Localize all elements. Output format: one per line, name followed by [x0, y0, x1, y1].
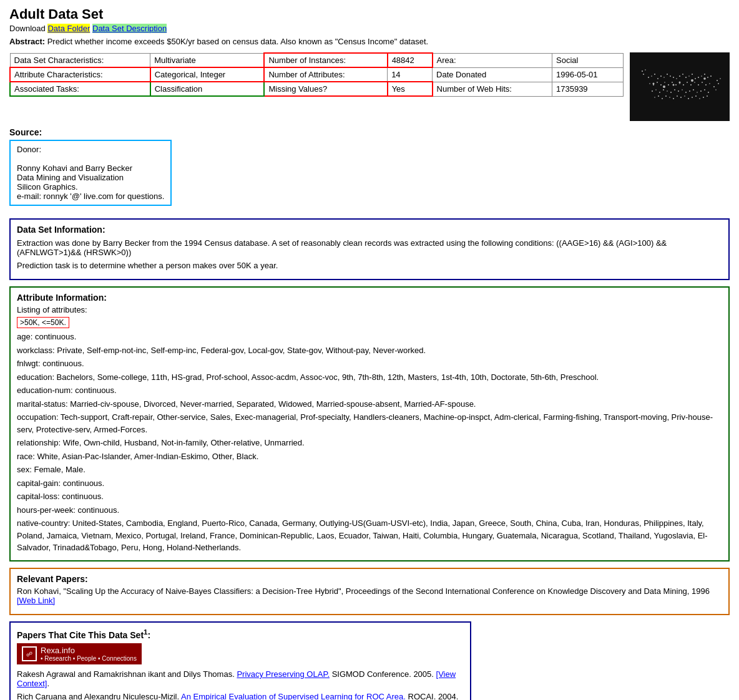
source-section: Source: Donor: Ronny Kohavi and Barry Be… [9, 127, 730, 212]
attr-education: education: Bachelors, Some-college, 11th… [17, 371, 722, 384]
svg-point-47 [682, 89, 683, 90]
donor-box: Donor: Ronny Kohavi and Barry Becker Dat… [9, 140, 172, 206]
info-table-wrap: Data Set Characteristics: Multivariate N… [9, 52, 624, 121]
attr-capital-loss: capital-loss: continuous. [17, 490, 722, 503]
data-set-char-label: Data Set Characteristics: [10, 53, 150, 67]
svg-point-83 [653, 83, 655, 85]
attr-native-country: native-country: United-States, Cambodia,… [17, 517, 722, 554]
svg-point-43 [667, 90, 668, 92]
svg-point-13 [685, 77, 687, 78]
svg-point-38 [709, 83, 710, 84]
attr-race: race: White, Asian-Pac-Islander, Amer-In… [17, 450, 722, 463]
svg-point-78 [691, 79, 693, 82]
svg-point-80 [673, 84, 675, 86]
svg-point-40 [655, 89, 657, 90]
attr-hours-per-week: hours-per-week: continuous. [17, 504, 722, 517]
svg-point-65 [692, 97, 693, 98]
web-hits-label: Number of Web Hits: [433, 82, 552, 96]
svg-point-31 [683, 84, 684, 85]
citations-title: Papers That Cite This Data Set1: [17, 628, 464, 640]
data-folder-link[interactable]: Data Folder [47, 24, 90, 33]
svg-point-1 [648, 77, 649, 78]
dataset-info-title: Data Set Information: [17, 225, 722, 235]
svg-point-79 [679, 82, 681, 84]
svg-point-49 [689, 90, 690, 92]
dataset-info-box: Data Set Information: Extraction was don… [9, 218, 730, 280]
attribute-info-title: Attribute Information: [17, 293, 722, 303]
svg-point-39 [652, 90, 653, 92]
date-donated-value: 1996-05-01 [552, 67, 623, 82]
svg-point-45 [674, 89, 675, 90]
svg-point-19 [704, 74, 705, 75]
assoc-tasks-label: Associated Tasks: [10, 82, 150, 96]
donor-text: Ronny Kohavi and Barry Becker Data Minin… [17, 163, 164, 201]
table-row: Attribute Characteristics: Categorical, … [10, 67, 624, 82]
svg-point-36 [702, 82, 703, 83]
attr-fnlwgt: fnlwgt: continuous. [17, 357, 722, 370]
attr-char-value: Categorical, Integer [150, 67, 265, 82]
svg-point-24 [657, 82, 658, 83]
citations-box: Papers That Cite This Data Set1: ☍ Rexa.… [9, 621, 471, 701]
svg-point-81 [663, 85, 665, 88]
num-attr-label: Number of Attributes: [264, 67, 387, 82]
svg-point-67 [699, 98, 700, 99]
attribute-list: >50K, <=50K. age: continuous. workclass:… [17, 317, 722, 554]
svg-point-34 [694, 82, 695, 83]
attr-sex: sex: Female, Male. [17, 464, 722, 476]
citations-superscript: 1 [144, 628, 147, 636]
citation-2-title[interactable]: An Empirical Evaluation of Supervised Le… [181, 692, 406, 700]
svg-point-62 [680, 97, 682, 98]
svg-point-60 [673, 98, 674, 99]
svg-point-51 [697, 92, 698, 93]
citation-1: Rakesh Agrawal and Ramakrishnan ikant an… [17, 669, 464, 688]
dataset-description-link[interactable]: Data Set Description [92, 24, 167, 33]
rexa-icon: ☍ [22, 646, 37, 661]
svg-point-71 [645, 69, 646, 70]
svg-point-2 [651, 75, 652, 77]
svg-point-57 [662, 98, 663, 99]
svg-point-29 [675, 84, 677, 85]
num-instances-label: Number of Instances: [264, 53, 387, 67]
svg-point-76 [713, 86, 715, 87]
attr-capital-gain: capital-gain: continuous. [17, 477, 722, 490]
abstract-label: Abstract: [9, 37, 45, 46]
attr-age: age: continuous. [17, 331, 722, 343]
abstract-text: Predict whether income exceeds $50K/yr b… [47, 37, 428, 46]
relevant-papers-weblink[interactable]: [Web Link] [17, 596, 55, 605]
attr-education-num: education-num: continuous. [17, 384, 722, 397]
rexa-tagline: • Research • People • Connections [41, 655, 137, 662]
svg-point-21 [710, 75, 712, 77]
relevant-papers-title: Relevant Papers: [17, 574, 722, 584]
svg-point-54 [708, 92, 709, 93]
svg-point-70 [642, 70, 643, 72]
svg-point-22 [649, 83, 650, 84]
num-instances-value: 48842 [388, 53, 433, 67]
relevant-papers-text: Ron Kohavi, "Scaling Up the Accuracy of … [17, 586, 722, 605]
attr-relationship: relationship: Wife, Own-child, Husband, … [17, 437, 722, 449]
info-table: Data Set Characteristics: Multivariate N… [9, 52, 624, 97]
map-image [630, 52, 730, 121]
svg-point-9 [673, 77, 674, 78]
page-wrapper: Adult Data Set Download Data Folder Data… [9, 6, 730, 700]
svg-point-52 [700, 90, 702, 92]
area-value: Social [552, 53, 623, 67]
data-set-char-value: Multivariate [150, 53, 265, 67]
svg-point-46 [678, 90, 679, 92]
attr-workclass: workclass: Private, Self-emp-not-inc, Se… [17, 344, 722, 357]
citation-1-title[interactable]: Privacy Preserving OLAP. [237, 669, 330, 679]
svg-point-5 [660, 75, 662, 77]
citation-2: Rich Caruana and Alexandru Niculescu-Miz… [17, 692, 464, 700]
svg-point-11 [679, 75, 680, 77]
svg-point-32 [687, 82, 688, 83]
svg-point-18 [701, 75, 702, 77]
svg-point-28 [672, 82, 673, 83]
svg-point-44 [670, 92, 672, 93]
attr-occupation: occupation: Tech-support, Craft-repair, … [17, 411, 722, 435]
svg-point-7 [667, 74, 668, 75]
svg-point-4 [657, 78, 658, 79]
table-row: Data Set Characteristics: Multivariate N… [10, 53, 624, 67]
missing-values-label: Missing Values? [264, 82, 387, 96]
attr-marital-status: marital-status: Married-civ-spouse, Divo… [17, 398, 722, 411]
svg-point-33 [690, 84, 692, 85]
svg-point-82 [703, 77, 706, 80]
